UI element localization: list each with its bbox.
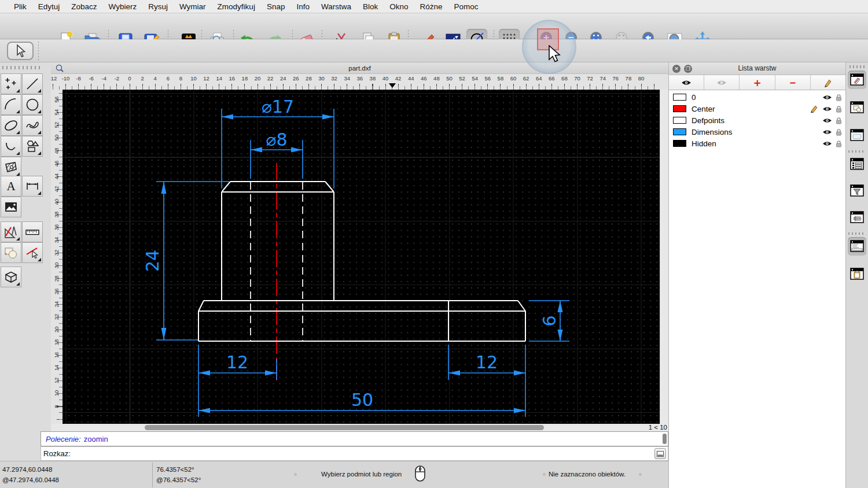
- block-list-toggle[interactable]: [848, 98, 866, 117]
- polyline-tool-button[interactable]: [1, 136, 21, 157]
- polygon-tool-button[interactable]: [22, 136, 43, 157]
- part-outline: [198, 182, 525, 341]
- dock-toolbar: [846, 62, 868, 488]
- layer-lock-icon[interactable]: [836, 94, 842, 101]
- layer-lock-icon[interactable]: [836, 105, 842, 113]
- select-entity-tool-button[interactable]: [22, 242, 43, 263]
- layer-visibility-icon[interactable]: [822, 129, 832, 135]
- remove-layer-button[interactable]: －: [775, 75, 811, 90]
- layer-row-defpoints[interactable]: Defpoints: [669, 114, 845, 126]
- layer-edit-icon[interactable]: [810, 105, 819, 113]
- horizontal-scrollbar[interactable]: 1 < 10: [51, 424, 668, 431]
- document-titlebar[interactable]: part.dxf: [51, 62, 668, 74]
- order-tool-button[interactable]: [1, 242, 21, 263]
- submenu-arrow: [16, 131, 20, 134]
- layer-row-center[interactable]: Center: [669, 103, 845, 114]
- menu-item-rne[interactable]: Różne: [414, 2, 448, 11]
- image-tool-button[interactable]: [1, 197, 21, 217]
- layer-lock-icon[interactable]: [836, 117, 842, 124]
- solid-tool-button[interactable]: [1, 267, 21, 287]
- menu-item-pomoc[interactable]: Pomoc: [448, 2, 484, 11]
- layer-list-toggle[interactable]: [848, 71, 866, 89]
- menu-item-wybierz[interactable]: Wybierz: [103, 2, 143, 11]
- hatch-tool-button[interactable]: [1, 157, 21, 178]
- main-toolbar: SVG: [0, 13, 868, 39]
- layer-visibility-icon[interactable]: [822, 106, 832, 112]
- statusbar-dot: [639, 473, 642, 476]
- layer-visibility-icon[interactable]: [822, 94, 832, 101]
- menu-item-warstwa[interactable]: Warstwa: [315, 2, 357, 11]
- drawing-canvas[interactable]: ⌀17 ⌀8 24 12 12 50 6: [62, 90, 660, 424]
- ruler-label: 12: [51, 375, 62, 386]
- svg-text:A: A: [6, 179, 16, 193]
- menu-item-plik[interactable]: Plik: [8, 2, 32, 11]
- ruler-label: 58: [51, 90, 62, 93]
- ruler-label: 50: [443, 75, 456, 82]
- minus-icon: －: [787, 77, 798, 88]
- dock-handle[interactable]: [849, 65, 865, 68]
- command-history: Polecenie: zoomin: [41, 431, 668, 446]
- menu-item-zobacz[interactable]: Zobacz: [65, 2, 102, 11]
- edit-layer-button[interactable]: [811, 75, 845, 90]
- ruler-label: 66: [545, 75, 558, 82]
- dimension-tool-button[interactable]: [22, 176, 43, 197]
- menu-item-blok[interactable]: Blok: [357, 2, 384, 11]
- arc-tool-button[interactable]: [1, 94, 21, 115]
- eye-icon: [681, 79, 692, 86]
- menu-item-wymiar[interactable]: Wymiar: [174, 2, 212, 11]
- menu-item-snap[interactable]: Snap: [261, 2, 291, 11]
- points-tool-button[interactable]: [1, 73, 21, 94]
- modify-tool-button[interactable]: [1, 221, 21, 242]
- hide-all-layers-button[interactable]: [704, 75, 740, 90]
- command-scrollbar[interactable]: [663, 434, 667, 444]
- spline-tool-button[interactable]: [22, 115, 43, 136]
- layer-icons: [822, 94, 842, 101]
- text-tool-button[interactable]: A: [1, 176, 21, 197]
- layer-visibility-icon[interactable]: [822, 141, 832, 147]
- ruler-label: 24: [277, 75, 289, 82]
- layer-row-hidden[interactable]: Hidden: [669, 138, 845, 149]
- coordinate-absolute: 47.2974,60.0448: [2, 464, 59, 475]
- library-browser-toggle[interactable]: [848, 126, 866, 145]
- command-widget-toggle[interactable]: [848, 237, 866, 256]
- plugin-toggle[interactable]: [848, 208, 866, 227]
- menu-item-edytuj[interactable]: Edytuj: [32, 2, 66, 11]
- clipboard-dock-toggle[interactable]: [848, 265, 866, 283]
- ruler-label: 36: [51, 221, 62, 233]
- ruler-label: 48: [51, 145, 62, 157]
- line-tool-button[interactable]: [22, 73, 43, 94]
- scrollbar-thumb[interactable]: [145, 425, 544, 430]
- ruler-label: 0: [123, 75, 136, 82]
- submenu-arrow: [38, 258, 41, 261]
- vertical-scrollbar[interactable]: [660, 90, 668, 424]
- plugin-window-icon: [849, 210, 865, 224]
- palette-handle[interactable]: [2, 66, 41, 69]
- layer-row-dimensions[interactable]: Dimensions: [669, 126, 845, 138]
- layer-name: Defpoints: [692, 116, 822, 125]
- measure-tool-button[interactable]: [22, 221, 43, 242]
- entity-list-toggle[interactable]: [848, 155, 866, 173]
- submenu-arrow: [16, 89, 20, 93]
- command-input[interactable]: [74, 448, 654, 460]
- layer-visibility-icon[interactable]: [822, 117, 832, 124]
- layer-lock-icon[interactable]: [836, 140, 842, 147]
- command-prompt-label: Rozkaz:: [43, 449, 71, 458]
- layer-row-0[interactable]: 0: [669, 91, 845, 103]
- add-layer-button[interactable]: ＋: [740, 75, 775, 90]
- layer-icons: [810, 105, 842, 113]
- show-all-layers-button[interactable]: [669, 75, 704, 90]
- select-tool-button[interactable]: [7, 42, 34, 60]
- ruler-label: 16: [51, 349, 62, 361]
- menu-item-rysuj[interactable]: Rysuj: [142, 2, 174, 11]
- menu-item-okno[interactable]: Okno: [384, 2, 414, 11]
- menu-item-info[interactable]: Info: [290, 2, 315, 11]
- ellipse-tool-button[interactable]: [1, 115, 21, 136]
- filter-toggle[interactable]: [848, 182, 866, 200]
- dimension-lines: [156, 109, 569, 417]
- ruler-label: 30: [315, 75, 328, 82]
- command-options-button[interactable]: [654, 448, 666, 459]
- menu-item-zmodyfikuj[interactable]: Zmodyfikuj: [212, 2, 261, 11]
- circle-tool-button[interactable]: [22, 94, 43, 115]
- ruler-label: 26: [51, 286, 62, 297]
- layer-lock-icon[interactable]: [836, 128, 842, 136]
